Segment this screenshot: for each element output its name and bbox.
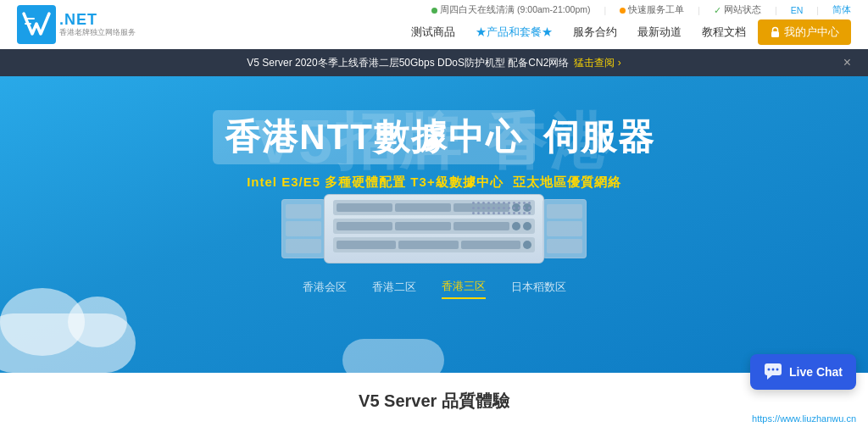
clouds <box>0 305 868 373</box>
chat-icon <box>764 363 782 381</box>
cloud-left <box>0 313 136 373</box>
lang-en[interactable]: EN <box>791 5 804 15</box>
hero-tabs: 香港会区 香港二区 香港三区 日本稻数区 <box>303 279 566 299</box>
svg-point-5 <box>767 369 770 371</box>
announcement-link[interactable]: 猛击查阅 › <box>574 56 620 70</box>
tab-jp[interactable]: 日本稻数区 <box>511 280 566 298</box>
hero-subtitle-link[interactable]: 亞太地區優質網絡 <box>513 175 621 189</box>
side-unit <box>286 204 321 219</box>
service-dot <box>620 8 626 14</box>
side-unit <box>547 221 582 236</box>
rack-unit-2 <box>333 219 535 234</box>
hero-subtitle: Intel E3/E5 多種硬體配置 T3+級數據中心 亞太地區優質網絡 <box>247 175 621 191</box>
nav: 测试商品 ★产品和套餐★ 服务合约 最新动道 教程文档 我的户中心 <box>403 19 851 45</box>
service-text: 快速服务工单 <box>628 4 684 16</box>
online-status: 周四白天在线清满 (9:00am-21:00pm) <box>431 4 590 16</box>
live-chat-label: Live Chat <box>789 365 843 379</box>
server-right-panel <box>542 199 587 258</box>
announcement-text: V5 Server 2020冬季上线香港二层50Gbps DDoS防护机型 配备… <box>247 56 569 70</box>
nav-item-news[interactable]: 最新动道 <box>629 21 690 43</box>
server-left-panel <box>281 199 326 258</box>
svg-point-7 <box>776 369 778 371</box>
side-unit <box>547 239 582 253</box>
bottom-title: V5 Server 品質體驗 <box>359 390 509 413</box>
status-text: 网站状态 <box>724 4 761 16</box>
online-dot <box>431 8 437 14</box>
rack-unit-3 <box>333 237 535 252</box>
tab-hk2[interactable]: 香港二区 <box>372 280 416 298</box>
lang-cn[interactable]: 简体 <box>832 4 851 16</box>
side-unit <box>286 221 321 236</box>
tab-hk3[interactable]: 香港三区 <box>442 279 486 299</box>
check-icon: ✓ <box>714 5 721 15</box>
live-chat-button[interactable]: Live Chat <box>750 354 856 390</box>
side-unit <box>547 204 582 219</box>
cloud-small <box>342 339 444 373</box>
bottom-section: V5 Server 品質體驗 <box>0 373 868 427</box>
hero-title-suffix: 伺服器 <box>543 114 655 161</box>
hero-title-text: 香港NTT數據中心 <box>225 117 523 157</box>
cta-label: 我的户中心 <box>784 25 839 40</box>
url-text: https://www.liuzhanwu.cn <box>752 413 856 424</box>
logo-icon <box>17 5 56 44</box>
server-visual <box>273 191 595 267</box>
server-rack-body <box>324 194 544 263</box>
logo-sub-text: 香港老牌独立网络服务 <box>59 29 136 37</box>
cloud-big-left <box>0 313 136 373</box>
rack-dots-grid <box>472 202 531 215</box>
service-status: 快速服务工单 <box>620 4 684 16</box>
hero-section: V5招牌 香港 香港NTT數據中心 伺服器 Intel E3/E5 多種硬體配置… <box>0 76 868 373</box>
announcement-bar: V5 Server 2020冬季上线香港二层50Gbps DDoS防护机型 配备… <box>0 49 868 76</box>
announcement-close[interactable]: × <box>843 55 851 70</box>
nav-item-brand[interactable]: ★产品和套餐★ <box>467 21 561 43</box>
top-bar: .NET 香港老牌独立网络服务 周四白天在线清满 (9:00am-21:00pm… <box>0 0 868 49</box>
lock-icon <box>770 26 781 38</box>
online-text: 周四白天在线清满 (9:00am-21:00pm) <box>440 4 590 16</box>
nav-item-contract[interactable]: 服务合约 <box>565 21 626 43</box>
hero-subtitle-main: Intel E3/E5 多種硬體配置 T3+級數據中心 <box>247 175 503 189</box>
svg-rect-3 <box>771 31 779 37</box>
hero-title-box: 香港NTT數據中心 <box>213 110 535 164</box>
cta-button[interactable]: 我的户中心 <box>758 19 851 45</box>
site-status: ✓ 网站状态 <box>714 4 761 16</box>
tab-hk1[interactable]: 香港会区 <box>303 280 347 298</box>
url-bar: https://www.liuzhanwu.cn <box>752 413 856 424</box>
top-info-bar: 周四白天在线清满 (9:00am-21:00pm) | 快速服务工单 | ✓ 网… <box>431 4 851 16</box>
svg-point-6 <box>771 369 774 371</box>
hero-title: 香港NTT數據中心 伺服器 <box>213 110 655 164</box>
cloud-right <box>342 330 444 373</box>
nav-item-products[interactable]: 测试商品 <box>403 21 464 43</box>
side-unit <box>286 239 321 253</box>
logo-net-text: .NET <box>59 12 136 29</box>
logo[interactable]: .NET 香港老牌独立网络服务 <box>17 5 136 44</box>
nav-item-docs[interactable]: 教程文档 <box>693 21 754 43</box>
